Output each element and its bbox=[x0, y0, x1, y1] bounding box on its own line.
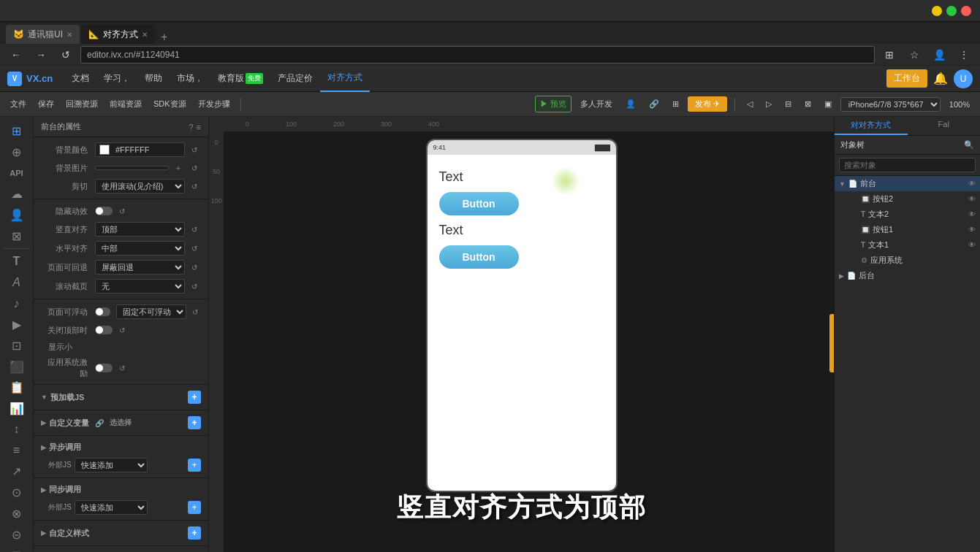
sidebar-icon-circle[interactable]: ⊙ bbox=[3, 483, 31, 502]
eye-icon-1[interactable]: 👁 bbox=[968, 195, 976, 203]
scroll-page-refresh[interactable]: ↺ bbox=[188, 280, 201, 293]
right-panel-search-icon[interactable]: 🔍 bbox=[964, 140, 974, 150]
tab-duiqi[interactable]: 📐 对齐方式 ✕ bbox=[81, 25, 155, 44]
tab-close-1[interactable]: ✕ bbox=[67, 31, 72, 39]
layout-btn2[interactable]: ⊠ bbox=[800, 97, 816, 111]
sidebar-icon-list[interactable]: 📋 bbox=[3, 378, 31, 398]
halign-refresh[interactable]: ↺ bbox=[188, 242, 201, 255]
nav-item-market[interactable]: 市场， bbox=[170, 66, 210, 92]
sidebar-icon-cloud[interactable]: ☁ bbox=[3, 184, 31, 204]
notif-icon[interactable]: 🔔 bbox=[933, 72, 948, 85]
tree-item-qiantai[interactable]: ▼ 📄 前台 👁 bbox=[835, 176, 980, 191]
props-help-icon[interactable]: ? bbox=[189, 123, 193, 131]
sidebar-icon-modules[interactable]: ⊞ bbox=[3, 121, 31, 141]
sidebar-icon-minus2[interactable]: ⊟ bbox=[3, 545, 31, 552]
window-minimize[interactable] bbox=[932, 6, 942, 16]
right-tab-fal[interactable]: Fal bbox=[908, 117, 981, 135]
tree-item-btn2[interactable]: 🔲 按钮2 👁 bbox=[835, 191, 980, 207]
sidebar-icon-export[interactable]: ↗ bbox=[3, 461, 31, 481]
tree-item-btn1[interactable]: 🔲 按钮1 👁 bbox=[835, 222, 980, 237]
nav-left[interactable]: ◁ bbox=[742, 97, 757, 111]
tool-btn-grid[interactable]: ⊞ bbox=[668, 97, 683, 111]
device-select[interactable]: iPhone6/7/8 375*667 bbox=[840, 97, 941, 112]
frame-btn[interactable]: ▣ bbox=[820, 97, 836, 111]
outer-api-sync-add-btn[interactable]: + bbox=[188, 501, 201, 514]
bg-img-refresh[interactable]: ↺ bbox=[188, 161, 201, 175]
sidebar-icon-api[interactable]: API bbox=[3, 163, 31, 183]
extensions-button[interactable]: ⊞ bbox=[879, 45, 900, 65]
tool-rollback[interactable]: 回溯资源 bbox=[61, 96, 102, 112]
page-back-refresh[interactable]: ↺ bbox=[188, 261, 201, 274]
tree-item-backend[interactable]: ▶ 📄 后台 bbox=[835, 268, 980, 283]
sidebar-icon-text[interactable]: T bbox=[3, 252, 31, 272]
float-refresh[interactable]: ↺ bbox=[189, 305, 201, 318]
tool-file[interactable]: 文件 bbox=[6, 96, 31, 112]
sidebar-icon-minus[interactable]: ⊝ bbox=[3, 525, 31, 545]
preload-section[interactable]: ▼ 预加载JS + bbox=[34, 388, 208, 407]
right-tab-align[interactable]: 对对齐方式 bbox=[835, 117, 908, 135]
nav-item-help[interactable]: 帮助 bbox=[137, 66, 170, 92]
sidebar-icon-menu[interactable]: ≡ bbox=[3, 441, 31, 461]
window-close[interactable] bbox=[961, 6, 971, 16]
sidebar-icon-square[interactable]: ⬛ bbox=[3, 357, 31, 377]
tree-item-sys[interactable]: ⚙ 应用系统 bbox=[835, 253, 980, 268]
scroll-page-select[interactable]: 无 bbox=[95, 279, 185, 294]
float-toggle[interactable] bbox=[95, 307, 110, 316]
close-top-toggle[interactable] bbox=[95, 326, 113, 334]
address-bar[interactable]: editor.ivx.cn/#11240941 bbox=[80, 46, 875, 64]
bg-color-value[interactable]: #FFFFFF bbox=[95, 142, 185, 157]
sidebar-icon-music[interactable]: ♪ bbox=[3, 294, 31, 314]
eye-icon-2[interactable]: 👁 bbox=[968, 210, 976, 218]
tree-item-text1[interactable]: T 文本1 👁 bbox=[835, 237, 980, 253]
sidebar-icon-grid[interactable]: ⊠ bbox=[3, 226, 31, 246]
publish-btn[interactable]: 发布 ✈ bbox=[688, 96, 727, 112]
sidebar-icon-video[interactable]: ▶ bbox=[3, 315, 31, 334]
clip-refresh[interactable]: ↺ bbox=[188, 180, 201, 193]
profile-button[interactable]: 👤 bbox=[929, 45, 949, 65]
layout-btn[interactable]: ⊟ bbox=[780, 97, 796, 111]
preview-btn[interactable]: ▶ 预览 bbox=[535, 96, 571, 112]
sidebar-icon-cross[interactable]: ⊗ bbox=[3, 504, 31, 524]
custom-var-section[interactable]: ▶ 自定义变量 🔗 选选择 + bbox=[34, 413, 208, 432]
bg-color-refresh[interactable]: ↺ bbox=[188, 143, 201, 156]
sys-incentive-refresh[interactable]: ↺ bbox=[115, 361, 129, 375]
back-button[interactable]: ← bbox=[6, 45, 26, 65]
sync-call-section[interactable]: ▶ 同步调用 bbox=[34, 481, 208, 498]
eye-icon-0[interactable]: 👁 bbox=[968, 180, 976, 188]
new-tab-button[interactable]: + bbox=[156, 31, 172, 44]
outer-api-select[interactable]: 快速添加 bbox=[75, 458, 148, 472]
forward-button[interactable]: → bbox=[31, 45, 51, 65]
sidebar-icon-box[interactable]: ⊡ bbox=[3, 336, 31, 356]
phone-button-2[interactable]: Button bbox=[439, 245, 519, 269]
window-maximize[interactable] bbox=[946, 6, 957, 16]
hide-anim-toggle[interactable] bbox=[95, 207, 113, 215]
custom-var-add-btn[interactable]: + bbox=[188, 416, 201, 429]
multi-dev-btn[interactable]: 多人开发 bbox=[576, 96, 617, 112]
nav-right-btn[interactable]: ▷ bbox=[761, 97, 776, 111]
sys-incentive-toggle[interactable] bbox=[95, 364, 113, 372]
tool-btn-person[interactable]: 👤 bbox=[621, 97, 640, 111]
tab-close-2[interactable]: ✕ bbox=[142, 31, 148, 39]
nav-item-doc[interactable]: 文档 bbox=[64, 66, 96, 92]
work-btn[interactable]: 工作台 bbox=[886, 69, 927, 88]
bookmark-button[interactable]: ☆ bbox=[904, 45, 924, 65]
tool-btn-share[interactable]: 🔗 bbox=[645, 97, 664, 111]
bg-img-value[interactable] bbox=[95, 166, 169, 170]
eye-icon-3[interactable]: 👁 bbox=[968, 226, 976, 234]
tab-tongxunmao[interactable]: 🐱 通讯猫UI ✕ bbox=[6, 25, 80, 44]
halign-select[interactable]: 中部 bbox=[95, 241, 185, 256]
bg-img-add[interactable]: + bbox=[172, 161, 185, 175]
close-top-refresh[interactable]: ↺ bbox=[115, 323, 129, 337]
valign-refresh[interactable]: ↺ bbox=[188, 223, 201, 236]
right-search-input[interactable] bbox=[839, 158, 976, 172]
outer-api-sync-select[interactable]: 快速添加 bbox=[75, 500, 148, 515]
nav-item-edu[interactable]: 教育版 免费 bbox=[210, 66, 270, 92]
tool-devstep[interactable]: 开发步骤 bbox=[194, 96, 235, 112]
zoom-btn[interactable]: 100% bbox=[945, 98, 974, 111]
outer-api-add-btn[interactable]: + bbox=[188, 459, 201, 472]
refresh-button[interactable]: ↺ bbox=[56, 45, 76, 65]
tool-save[interactable]: 保存 bbox=[34, 96, 58, 112]
float-select[interactable]: 固定不可浮动 bbox=[116, 304, 186, 319]
sidebar-icon-arrow[interactable]: ↕ bbox=[3, 420, 31, 440]
eye-icon-4[interactable]: 👁 bbox=[968, 241, 976, 249]
